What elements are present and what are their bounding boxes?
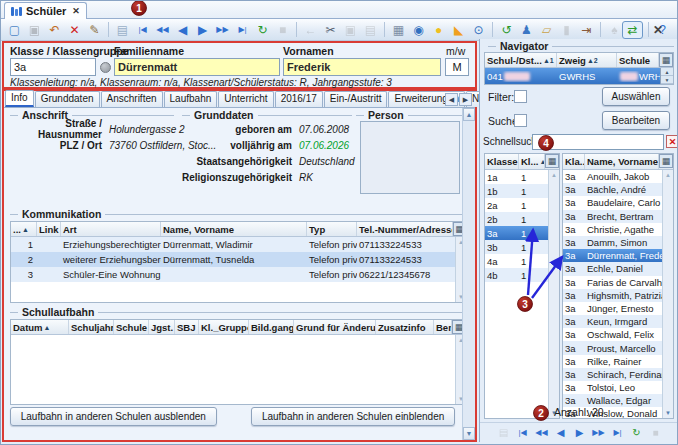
column-header-grund-für-änderu[interactable]: Grund für Änderu... [294, 320, 376, 334]
window-icon[interactable]: ▤ [113, 21, 132, 39]
folder-export-icon[interactable]: ▱ [537, 21, 556, 39]
column-header-schule[interactable]: Schule [617, 53, 659, 67]
scroll-up-icon[interactable]: ▲ [463, 108, 475, 121]
column-header-tel-nummer-adresse[interactable]: Tel.-Nummer/Adresse [357, 222, 453, 236]
klasse-row[interactable]: 2b1 [485, 212, 548, 226]
column-header-link[interactable]: Link [37, 222, 61, 236]
schueler-row[interactable]: 3aKeun, Irmgard [563, 315, 662, 328]
column-options-icon[interactable]: ▦ [659, 154, 673, 168]
next-record-icon[interactable]: ▶ [571, 425, 588, 441]
preview-icon[interactable]: ◉ [409, 21, 428, 39]
last-record-icon[interactable]: ▶| [233, 21, 252, 39]
klasse-row[interactable]: 1b1 [485, 184, 548, 198]
column-header-bemerkung[interactable]: Bemerkung [434, 320, 452, 334]
filter-checkbox[interactable] [514, 90, 527, 103]
klasse-row[interactable]: 4a1 [485, 254, 548, 268]
user-exit-icon[interactable]: ⇥ [577, 21, 596, 39]
column-header-typ[interactable]: Typ [307, 222, 357, 236]
schueler-row[interactable]: 3aOschwald, Felix [563, 328, 662, 341]
klasse-info-button[interactable] [100, 62, 111, 73]
schueler-row[interactable]: 3aProust, Marcello [563, 341, 662, 354]
fast-back-icon[interactable]: ◀◀ [153, 21, 172, 39]
previous-record-icon[interactable]: ◀ [173, 21, 192, 39]
scroll-up-icon[interactable]: ▲ [663, 170, 673, 180]
column-header-name-vorname[interactable]: Name, Vorname [161, 222, 307, 236]
tab-grunddaten[interactable]: Grunddaten [35, 91, 100, 107]
tab-laufbahn[interactable]: Laufbahn [164, 91, 218, 107]
schueler-row[interactable]: 3aHighsmith, Patrizia [563, 289, 662, 302]
print-icon[interactable]: ▦ [389, 21, 408, 39]
first-record-icon[interactable]: |◀ [133, 21, 152, 39]
klasse-row[interactable]: 2a1 [485, 198, 548, 212]
navigator-selected-row[interactable]: 041 GWRHS WRHS ▲▼ [485, 68, 673, 84]
first-record-icon[interactable]: |◀ [514, 425, 531, 441]
kommunikation-row[interactable]: 1Erziehungsberechtigter-...Dürrenmatt, W… [11, 237, 455, 252]
column-header-klasse[interactable]: Klasse [485, 154, 519, 169]
column-header-zusatzinfo[interactable]: Zusatzinfo [376, 320, 434, 334]
tabs-scroll-left-icon[interactable]: ◀ [445, 93, 458, 106]
tab-ein-austritt[interactable]: Ein-/Austritt [324, 91, 388, 107]
lightbulb-icon[interactable]: ● [429, 21, 448, 39]
schueler-row[interactable]: 3aEchle, Daniel [563, 262, 662, 275]
column-header-schule[interactable]: Schule [114, 320, 149, 334]
scroll-down-icon[interactable]: ▼ [463, 427, 475, 440]
clear-search-icon[interactable]: ✕ [666, 135, 678, 148]
laufbahn-ausblenden-button[interactable]: Laufbahn in anderen Schulen ausblenden [10, 407, 217, 426]
column-header-sbj[interactable]: SBJ [175, 320, 199, 334]
last-record-icon[interactable]: ▶| [609, 425, 626, 441]
schueler-row[interactable]: 3aTolstoi, Leo [563, 381, 662, 394]
schueler-row[interactable]: 3aChristie, Agathe [563, 223, 662, 236]
previous-record-icon[interactable]: ◀ [552, 425, 569, 441]
column-options-icon[interactable]: ▦ [659, 53, 673, 67]
column-options-icon[interactable]: ▦ [545, 154, 559, 168]
schueler-row[interactable]: 3aBrecht, Bertram [563, 210, 662, 223]
fast-forward-icon[interactable]: ▶▶ [213, 21, 232, 39]
schnellsuche-input[interactable] [532, 134, 664, 150]
schueler-row[interactable]: 3aDamm, Simon [563, 236, 662, 249]
next-record-icon[interactable]: ▶ [193, 21, 212, 39]
content-scrollbar[interactable]: ▲ ▼ [462, 108, 475, 440]
scroll-up-icon[interactable]: ▲ [549, 170, 559, 180]
dock-window-icon[interactable]: ⇄ [622, 21, 643, 39]
new-record-icon[interactable]: ▢ [5, 21, 24, 39]
laufbahn-einblenden-button[interactable]: Laufbahn in anderen Schulen einblenden [251, 407, 455, 426]
klasse-row[interactable]: 3a1 [485, 226, 548, 240]
fast-back-icon[interactable]: ◀◀ [533, 425, 550, 441]
scroll-down-icon[interactable]: ▼ [663, 408, 673, 418]
edit-icon[interactable]: ✎ [85, 21, 104, 39]
column-header-datum[interactable]: Datum▲ [11, 320, 69, 334]
schueler-row[interactable]: 3aJünger, Ernesto [563, 302, 662, 315]
tab-2016-17[interactable]: 2016/17 [275, 91, 323, 107]
klassen-scrollbar[interactable]: ▲ ▼ [548, 170, 559, 418]
tab-close-icon[interactable]: ✕ [72, 6, 80, 16]
schueler-row[interactable]: 3aRilke, Rainer [563, 355, 662, 368]
bearbeiten-button[interactable]: Bearbeiten [602, 111, 670, 130]
delete-icon[interactable]: ✕ [65, 21, 84, 39]
suche-checkbox[interactable] [514, 114, 527, 127]
klasse-row[interactable]: 1a1 [485, 170, 548, 184]
column-header-jgst[interactable]: Jgst. [149, 320, 175, 334]
column-header-zweig[interactable]: Zweig▲2 [557, 53, 617, 67]
refresh-icon[interactable]: ↻ [628, 425, 645, 441]
column-header-art[interactable]: Art [61, 222, 161, 236]
column-header-kl[interactable]: Kl...▲2 [519, 154, 545, 169]
column-header-kl-gruppe[interactable]: Kl._Gruppe [199, 320, 249, 334]
tabs-scroll-right-icon[interactable]: ▶ [459, 93, 472, 106]
clock-icon[interactable]: ⊙ [469, 21, 488, 39]
column-header-kla[interactable]: Kla... [563, 154, 585, 169]
mw-field[interactable]: M [445, 58, 469, 76]
column-header-schul-dst[interactable]: Schul-/Dst...▲1 [485, 53, 557, 67]
column-header-bild-gang[interactable]: Bild.gang [249, 320, 294, 334]
tab-schueler[interactable]: Schüler ✕ [4, 2, 87, 19]
schueler-row[interactable]: 3aAnouilh, Jakob [563, 170, 662, 183]
record-spinner[interactable]: ▲▼ [660, 68, 673, 84]
close-window-icon[interactable]: ✕ [653, 23, 663, 37]
klasse-field[interactable]: 3a [10, 58, 96, 76]
familienname-field[interactable]: Dürrenmatt [114, 58, 280, 76]
tab-info[interactable]: Info [5, 90, 34, 107]
schueler-row[interactable]: 3aFarias de Carvalho... [563, 276, 662, 289]
cut-icon[interactable]: ✂ [321, 21, 340, 39]
schueler-row[interactable]: 3aSchirach, Ferdinand [563, 368, 662, 381]
sync-icon[interactable]: ↺ [497, 21, 516, 39]
tab-anschriften[interactable]: Anschriften [101, 91, 163, 107]
